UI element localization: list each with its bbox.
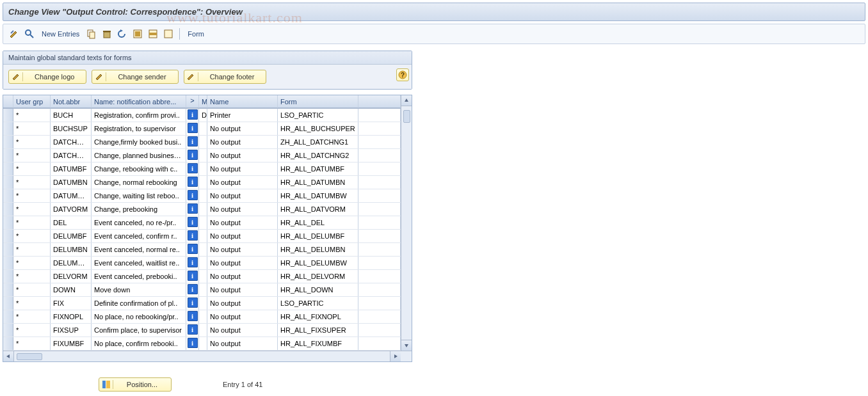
cell-notname[interactable]: Event canceled, waitlist re.. xyxy=(92,257,186,269)
cell-name[interactable]: No output xyxy=(207,189,278,202)
delete-icon[interactable] xyxy=(101,28,113,40)
cell-name[interactable]: No output xyxy=(207,176,278,189)
cell-usergrp[interactable]: * xyxy=(13,176,51,189)
change-sender-button[interactable]: Change sender xyxy=(92,70,178,84)
cell-info[interactable]: i xyxy=(186,257,199,269)
col-header-name[interactable]: Name xyxy=(207,95,278,108)
col-header-form[interactable]: Form xyxy=(278,95,358,108)
row-selector[interactable] xyxy=(3,243,13,256)
cell-info[interactable]: i xyxy=(186,243,199,256)
cell-notabbr[interactable]: DATVORM xyxy=(51,203,92,216)
scroll-right-icon[interactable] xyxy=(390,351,401,361)
cell-m[interactable] xyxy=(199,189,207,202)
cell-info[interactable]: i xyxy=(186,162,199,175)
cell-notabbr[interactable]: FIXSUP xyxy=(51,324,92,337)
cell-notabbr[interactable]: DATUMBN xyxy=(51,176,92,189)
row-selector[interactable] xyxy=(3,310,13,323)
cell-name[interactable]: No output xyxy=(207,310,278,323)
info-icon[interactable]: i xyxy=(188,324,198,335)
row-selector[interactable] xyxy=(3,257,13,269)
cell-name[interactable]: Printer xyxy=(207,109,278,122)
cell-info[interactable]: i xyxy=(186,283,199,296)
info-icon[interactable]: i xyxy=(188,136,198,147)
cell-form[interactable]: HR_ALL_DEL xyxy=(278,216,358,229)
cell-m[interactable] xyxy=(199,257,207,269)
cell-m[interactable] xyxy=(199,310,207,323)
cell-notname[interactable]: Change,firmly booked busi.. xyxy=(92,136,186,148)
cell-info[interactable]: i xyxy=(186,109,199,122)
cell-form[interactable]: HR_ALL_DELVORM xyxy=(278,270,358,283)
select-block-icon[interactable] xyxy=(147,28,159,40)
vscroll-thumb[interactable] xyxy=(403,110,410,123)
cell-m[interactable] xyxy=(199,149,207,162)
cell-usergrp[interactable]: * xyxy=(13,162,51,175)
row-selector[interactable] xyxy=(3,136,13,148)
info-icon[interactable]: i xyxy=(188,244,198,254)
cell-name[interactable]: No output xyxy=(207,324,278,337)
deselect-all-icon[interactable] xyxy=(163,28,174,40)
row-selector[interactable] xyxy=(3,149,13,162)
info-icon[interactable]: i xyxy=(188,123,198,133)
cell-form[interactable]: HR_ALL_FIXSUPER xyxy=(278,324,358,337)
col-header-notabbr[interactable]: Not.abbr xyxy=(51,95,92,108)
cell-notname[interactable]: No place, no rebooking/pr.. xyxy=(92,310,186,323)
cell-m[interactable]: D xyxy=(199,109,207,122)
cell-notabbr[interactable]: DATCHNG1 xyxy=(51,136,92,148)
cell-form[interactable]: HR_ALL_DELUMBN xyxy=(278,243,358,256)
cell-form[interactable]: HR_ALL_DATCHNG2 xyxy=(278,149,358,162)
select-all-icon[interactable] xyxy=(132,28,143,40)
cell-usergrp[interactable]: * xyxy=(13,203,51,216)
cell-usergrp[interactable]: * xyxy=(13,337,51,350)
info-icon[interactable]: i xyxy=(188,217,198,227)
info-icon[interactable]: i xyxy=(188,177,198,187)
row-selector[interactable] xyxy=(3,122,13,135)
cell-notname[interactable]: Definite confirmation of pl.. xyxy=(92,297,186,310)
cell-usergrp[interactable]: * xyxy=(13,149,51,162)
cell-info[interactable]: i xyxy=(186,230,199,242)
cell-notabbr[interactable]: FIX xyxy=(51,297,92,310)
cell-usergrp[interactable]: * xyxy=(13,310,51,323)
horizontal-scrollbar[interactable] xyxy=(3,351,412,361)
cell-notabbr[interactable]: DATUMBW xyxy=(51,189,92,202)
cell-name[interactable]: No output xyxy=(207,257,278,269)
cell-m[interactable] xyxy=(199,216,207,229)
cell-form[interactable]: LSO_PARTIC xyxy=(278,109,358,122)
cell-notname[interactable]: Event canceled, confirm r.. xyxy=(92,230,186,242)
cell-usergrp[interactable]: * xyxy=(13,324,51,337)
cell-usergrp[interactable]: * xyxy=(13,109,51,122)
cell-form[interactable]: HR_ALL_FIXUMBF xyxy=(278,337,358,350)
help-icon[interactable]: ? xyxy=(396,68,409,81)
cell-form[interactable]: ZH_ALL_DATCHNG1 xyxy=(278,136,358,148)
cell-notabbr[interactable]: FIXUMBF xyxy=(51,337,92,350)
info-icon[interactable]: i xyxy=(188,163,198,173)
info-icon[interactable]: i xyxy=(188,257,198,267)
cell-info[interactable]: i xyxy=(186,203,199,216)
info-icon[interactable]: i xyxy=(188,109,198,120)
cell-notname[interactable]: Registration, confirm provi.. xyxy=(92,109,186,122)
cell-name[interactable]: No output xyxy=(207,230,278,242)
cell-info[interactable]: i xyxy=(186,297,199,310)
cell-usergrp[interactable]: * xyxy=(13,216,51,229)
row-selector[interactable] xyxy=(3,270,13,283)
cell-usergrp[interactable]: * xyxy=(13,230,51,242)
info-icon[interactable]: i xyxy=(188,284,198,294)
toggle-display-change-icon[interactable] xyxy=(8,28,20,40)
cell-info[interactable]: i xyxy=(186,270,199,283)
cell-name[interactable]: No output xyxy=(207,283,278,296)
cell-usergrp[interactable]: * xyxy=(13,270,51,283)
row-selector[interactable] xyxy=(3,230,13,242)
cell-usergrp[interactable]: * xyxy=(13,189,51,202)
cell-m[interactable] xyxy=(199,203,207,216)
cell-notabbr[interactable]: DELUMBF xyxy=(51,230,92,242)
cell-m[interactable] xyxy=(199,337,207,350)
cell-form[interactable]: HR_ALL_DATUMBF xyxy=(278,162,358,175)
col-header-info[interactable]: > xyxy=(186,95,199,108)
cell-m[interactable] xyxy=(199,283,207,296)
cell-name[interactable]: No output xyxy=(207,297,278,310)
position-button[interactable]: Position... xyxy=(99,377,172,392)
cell-notname[interactable]: Event canceled, no re-/pr.. xyxy=(92,216,186,229)
change-footer-button[interactable]: Change footer xyxy=(184,70,267,84)
scroll-up-icon[interactable] xyxy=(401,95,412,106)
cell-usergrp[interactable]: * xyxy=(13,136,51,148)
col-header-m[interactable]: M xyxy=(199,95,207,108)
